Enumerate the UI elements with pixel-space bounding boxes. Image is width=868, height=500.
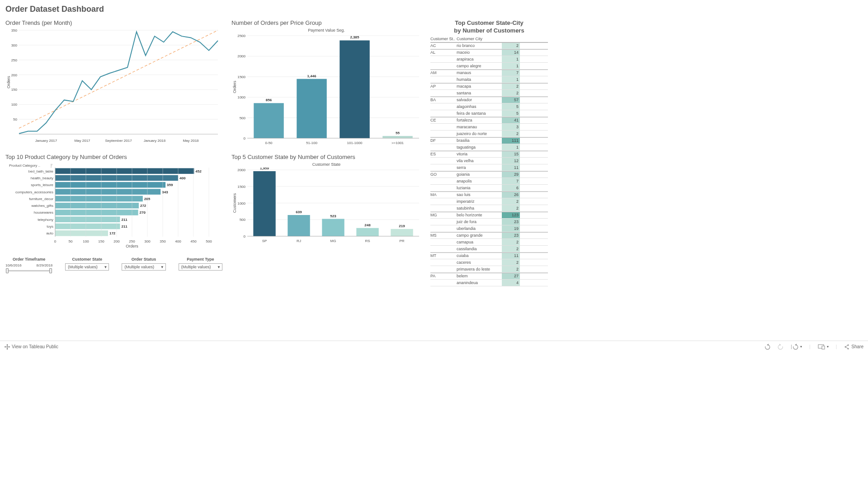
table-row[interactable]: humaita1: [430, 76, 548, 83]
svg-text:Orders: Orders: [6, 76, 11, 89]
table-row[interactable]: arapiraca1: [430, 56, 548, 63]
svg-text:200: 200: [113, 239, 120, 243]
customer-state-filter: Customer State (Multiple values) ▼: [65, 257, 109, 271]
order-status-dropdown[interactable]: (Multiple values) ▼: [122, 263, 165, 271]
svg-text:100: 100: [11, 103, 18, 107]
top5-state-chart[interactable]: 0500100015002000Customers1,959SP639RJ523…: [231, 168, 421, 244]
svg-text:359: 359: [167, 183, 173, 187]
redo-icon[interactable]: [778, 344, 784, 350]
device-layout-icon[interactable]: ▾: [818, 344, 829, 350]
table-row[interactable]: taguatinga1: [430, 144, 548, 151]
svg-rect-131: [7, 348, 8, 350]
slider-thumb-right[interactable]: [49, 268, 52, 273]
svg-text:toys: toys: [47, 224, 53, 229]
tableau-public-link[interactable]: View on Tableau Public: [5, 344, 58, 350]
svg-text:400: 400: [175, 239, 181, 243]
top10-category-chart[interactable]: Product Category ..bed_bath_table452heal…: [5, 162, 222, 248]
table-row[interactable]: maracanau3: [430, 124, 548, 131]
svg-rect-29: [55, 182, 165, 188]
svg-text:450: 450: [190, 239, 197, 243]
timeframe-end: 8/29/2018: [37, 263, 53, 267]
table-row[interactable]: uberlandia19: [430, 225, 548, 232]
svg-rect-50: [55, 230, 108, 236]
table-row[interactable]: ESvitoria15: [430, 151, 548, 158]
undo-icon[interactable]: [764, 344, 770, 350]
svg-text:1000: 1000: [237, 201, 245, 206]
payment-type-filter: Payment Type (Multiple values) ▼: [179, 257, 222, 271]
svg-text:January 2018: January 2018: [144, 139, 166, 143]
customer-state-dropdown[interactable]: (Multiple values) ▼: [65, 263, 109, 271]
svg-text:Product Category ..: Product Category ..: [9, 164, 40, 168]
svg-text:1500: 1500: [237, 185, 245, 189]
svg-text:1500: 1500: [237, 75, 245, 79]
timeframe-slider[interactable]: [7, 270, 51, 271]
table-row[interactable]: AMmanaus7: [430, 70, 548, 76]
svg-text:50: 50: [69, 239, 73, 243]
table-row[interactable]: ALmaceio14: [430, 49, 548, 56]
table-row[interactable]: feira de santana5: [430, 110, 548, 117]
svg-text:RS: RS: [365, 239, 370, 243]
table-row[interactable]: primavera do leste2: [430, 266, 548, 273]
table-row[interactable]: DFbrasilia111: [430, 137, 548, 144]
table-row[interactable]: MGbelo horizonte123: [430, 212, 548, 219]
table-row[interactable]: luziania6: [430, 185, 548, 192]
svg-text:May 2017: May 2017: [74, 139, 90, 143]
state-city-body[interactable]: ACrio branco2ALmaceio14arapiraca1campo a…: [430, 42, 548, 286]
table-row[interactable]: satubinha2: [430, 205, 548, 212]
table-row[interactable]: PAbelem27: [430, 273, 548, 280]
col-city: Customer City: [457, 37, 502, 41]
svg-text:211: 211: [121, 224, 127, 229]
filter-bar: Order Timeframe 10/6/2016 8/29/2018 Cust…: [5, 257, 222, 271]
table-row[interactable]: serra11: [430, 164, 548, 171]
svg-text:Orders: Orders: [126, 244, 138, 248]
price-group-chart[interactable]: 05001000150020002500Orders8560-501,44651…: [231, 33, 421, 146]
share-button[interactable]: Share: [844, 344, 863, 350]
svg-text:300: 300: [144, 239, 151, 243]
svg-rect-93: [297, 79, 327, 138]
table-row[interactable]: anapolis7: [430, 178, 548, 185]
svg-text:2500: 2500: [237, 34, 245, 38]
table-row[interactable]: GOgoiania29: [430, 171, 548, 178]
table-row[interactable]: APmacapa2: [430, 83, 548, 90]
timeframe-label: Order Timeframe: [5, 257, 52, 262]
svg-line-142: [846, 347, 848, 348]
svg-text:300: 300: [11, 43, 18, 47]
svg-text:1,446: 1,446: [307, 74, 316, 78]
payment-type-value: (Multiple values): [181, 265, 211, 269]
table-row[interactable]: camapua2: [430, 239, 548, 246]
table-row[interactable]: vila velha12: [430, 158, 548, 164]
svg-text:watches_gifts: watches_gifts: [31, 204, 53, 208]
chevron-down-icon: ▼: [104, 265, 108, 269]
table-row[interactable]: imperatriz2: [430, 198, 548, 205]
svg-text:101-1000: 101-1000: [347, 141, 363, 145]
slider-thumb-left[interactable]: [6, 268, 9, 273]
svg-rect-130: [7, 344, 8, 346]
svg-text:55: 55: [396, 131, 400, 135]
table-row[interactable]: caceres2: [430, 259, 548, 266]
table-row[interactable]: MScampo grande23: [430, 232, 548, 239]
table-row[interactable]: juazeiro do norte2: [430, 131, 548, 137]
table-row[interactable]: BAsalvador57: [430, 97, 548, 103]
svg-text:sports_leisure: sports_leisure: [31, 183, 53, 187]
revert-icon[interactable]: ▾: [791, 344, 802, 350]
svg-text:2000: 2000: [237, 54, 245, 58]
table-row[interactable]: CEfortaleza41: [430, 117, 548, 124]
svg-rect-90: [254, 103, 284, 138]
svg-text:100: 100: [83, 239, 89, 243]
table-row[interactable]: campo alegre1: [430, 63, 548, 70]
table-row[interactable]: ACrio branco2: [430, 42, 548, 49]
table-row[interactable]: alagoinhas5: [430, 103, 548, 110]
svg-text:SP: SP: [262, 239, 267, 243]
svg-text:211: 211: [121, 218, 127, 222]
table-row[interactable]: MAsao luis26: [430, 192, 548, 198]
order-trends-chart[interactable]: 50100150200250300350OrdersJanuary 2017Ma…: [5, 28, 222, 145]
table-row[interactable]: MTcuiaba11: [430, 252, 548, 259]
table-row[interactable]: ananindeua4: [430, 280, 548, 286]
payment-type-dropdown[interactable]: (Multiple values) ▼: [179, 263, 222, 271]
svg-text:248: 248: [364, 223, 371, 227]
svg-text:0: 0: [244, 234, 246, 238]
table-row[interactable]: juiz de fora23: [430, 219, 548, 225]
table-row[interactable]: santana2: [430, 90, 548, 97]
svg-text:523: 523: [330, 214, 336, 218]
table-row[interactable]: cassilandia2: [430, 246, 548, 252]
